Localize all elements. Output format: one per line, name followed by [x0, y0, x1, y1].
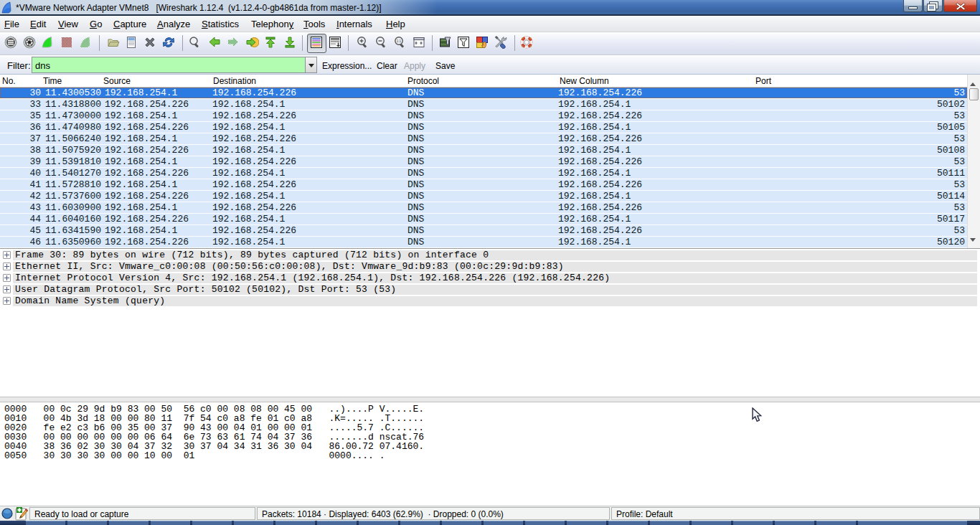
svg-text:1:1: 1:1: [397, 39, 402, 43]
